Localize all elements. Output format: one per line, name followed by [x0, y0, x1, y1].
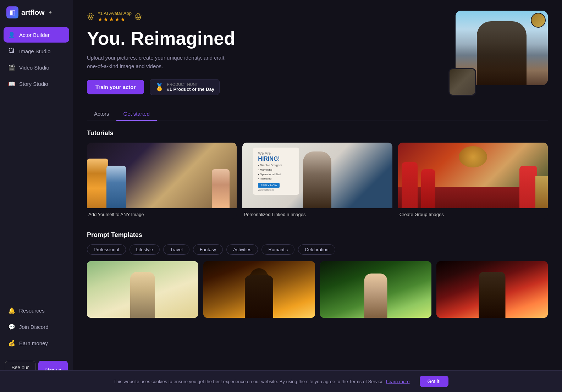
template-card-4[interactable] — [436, 261, 548, 318]
template-image-2 — [203, 261, 315, 318]
image-studio-label: Image Studio — [19, 48, 50, 54]
tutorial-label-2: Personalized LinkedIn Images — [242, 208, 392, 219]
logo-area: ◧ artflow ✦ — [0, 6, 73, 27]
video-icon: 🎬 — [8, 64, 16, 71]
earn-money-label: Earn money — [19, 340, 48, 346]
tutorials-title: Tutorials — [87, 129, 548, 137]
sidebar-item-resources[interactable]: 🔔 Resources — [4, 303, 69, 318]
hero-thumbnail-2 — [531, 13, 546, 28]
filter-professional[interactable]: Professional — [87, 244, 126, 255]
hero-title: You. Reimagined — [87, 28, 286, 49]
nav-secondary: 🔔 Resources 💬 Join Discord 💰 Earn money — [0, 303, 73, 352]
template-card-1[interactable] — [87, 261, 198, 318]
logo-icon: ◧ — [6, 6, 18, 18]
actor-builder-label: Actor Builder — [19, 32, 50, 38]
tutorial-image-1 — [87, 143, 237, 208]
sidebar-item-earn-money[interactable]: 💰 Earn money — [4, 335, 69, 351]
sidebar-item-story-studio[interactable]: 📖 Story Studio — [4, 76, 69, 92]
tutorial-image-3 — [398, 143, 548, 208]
template-image-3 — [320, 261, 431, 318]
money-icon: 💰 — [8, 339, 16, 347]
tab-actors[interactable]: Actors — [87, 107, 116, 121]
cookie-banner: This website uses cookies to ensure you … — [0, 370, 562, 392]
hero-actions: Train your actor 🥇 PRODUCT HUNT #1 Produ… — [87, 79, 286, 95]
product-hunt-badge: 🥇 PRODUCT HUNT #1 Product of the Day — [150, 79, 220, 95]
sparkle-icon: ✦ — [48, 10, 53, 15]
filter-fantasy[interactable]: Fantasy — [193, 244, 223, 255]
sidebar-item-video-studio[interactable]: 🎬 Video Studio — [4, 60, 69, 75]
templates-grid — [87, 261, 548, 318]
tutorial-label-1: Add Yourself to ANY Image — [87, 208, 237, 219]
filter-activities[interactable]: Activities — [226, 244, 258, 255]
prompt-templates-section: Prompt Templates Professional Lifestyle … — [87, 231, 548, 318]
template-card-2[interactable] — [203, 261, 315, 318]
app-name: artflow — [21, 9, 45, 17]
filter-lifestyle[interactable]: Lifestyle — [130, 244, 160, 255]
train-actor-button[interactable]: Train your actor — [87, 80, 144, 94]
resources-label: Resources — [19, 308, 45, 314]
nav-primary: 👤 Actor Builder 🖼 Image Studio 🎬 Video S… — [0, 27, 73, 297]
tutorial-label-3: Create Group Images — [398, 208, 548, 219]
story-studio-label: Story Studio — [19, 81, 48, 87]
learn-more-link[interactable]: Learn more — [386, 379, 409, 384]
star-rating: ★★★★★ — [98, 16, 132, 23]
award-text: #1 AI Avatar App — [98, 11, 132, 16]
image-icon: 🖼 — [8, 47, 16, 55]
hero-images — [448, 11, 548, 96]
award-info: #1 AI Avatar App ★★★★★ — [98, 11, 132, 23]
template-card-3[interactable] — [320, 261, 431, 318]
filter-romantic[interactable]: Romantic — [261, 244, 294, 255]
laurel-left-icon: 🏵 — [87, 12, 95, 21]
template-image-4 — [436, 261, 548, 318]
ph-title: #1 Product of the Day — [167, 87, 214, 92]
prompt-templates-title: Prompt Templates — [87, 231, 548, 239]
tutorial-card-3[interactable]: Create Group Images — [398, 143, 548, 219]
sidebar: ◧ artflow ✦ 👤 Actor Builder 🖼 Image Stud… — [0, 0, 73, 392]
tabs: Actors Get started — [87, 107, 548, 121]
hero-left: 🏵 #1 AI Avatar App ★★★★★ 🏵 You. Reimagin… — [87, 11, 286, 95]
actor-icon: 👤 — [8, 31, 16, 39]
discord-icon: 💬 — [8, 323, 16, 331]
main-content: 🏵 #1 AI Avatar App ★★★★★ 🏵 You. Reimagin… — [73, 0, 562, 392]
tab-get-started[interactable]: Get started — [116, 107, 157, 121]
hero-section: 🏵 #1 AI Avatar App ★★★★★ 🏵 You. Reimagin… — [87, 11, 548, 96]
got-it-button[interactable]: Got it! — [420, 376, 448, 387]
filter-travel[interactable]: Travel — [163, 244, 189, 255]
template-image-1 — [87, 261, 198, 318]
bell-icon: 🔔 — [8, 307, 16, 314]
tutorial-image-2: We Are HIRING! • Graphic Designer• Marke… — [242, 143, 392, 208]
sidebar-item-image-studio[interactable]: 🖼 Image Studio — [4, 43, 69, 59]
discord-label: Join Discord — [19, 324, 49, 330]
sidebar-item-actor-builder[interactable]: 👤 Actor Builder — [4, 27, 69, 43]
filter-celebration[interactable]: Celebration — [298, 244, 335, 255]
filter-tags: Professional Lifestyle Travel Fantasy Ac… — [87, 244, 548, 255]
award-badge: 🏵 #1 AI Avatar App ★★★★★ 🏵 — [87, 11, 286, 23]
laurel-right-icon: 🏵 — [134, 12, 142, 21]
medal-icon: 🥇 — [155, 83, 164, 92]
video-studio-label: Video Studio — [19, 65, 49, 71]
tutorial-card-2[interactable]: We Are HIRING! • Graphic Designer• Marke… — [242, 143, 392, 219]
tutorials-grid: Add Yourself to ANY Image We Are HIRING!… — [87, 143, 548, 219]
cookie-text: This website uses cookies to ensure you … — [114, 379, 409, 384]
ph-label: PRODUCT HUNT — [167, 82, 214, 87]
sidebar-item-discord[interactable]: 💬 Join Discord — [4, 319, 69, 335]
tutorial-card-1[interactable]: Add Yourself to ANY Image — [87, 143, 237, 219]
hero-subtitle: Upload your pictures, create your unique… — [87, 54, 286, 71]
hero-thumbnail-1 — [448, 68, 476, 96]
story-icon: 📖 — [8, 80, 16, 88]
